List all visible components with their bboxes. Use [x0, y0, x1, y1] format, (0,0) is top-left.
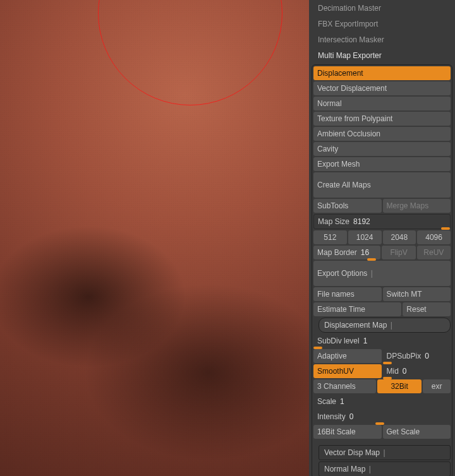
viewport-3d[interactable]	[0, 0, 309, 476]
displacement-map-label: Displacement Map	[324, 321, 392, 330]
intensity-label: Intensity	[317, 412, 346, 421]
create-all-maps-button[interactable]: Create All Maps	[313, 172, 451, 198]
intensity-value: 0	[349, 412, 354, 421]
toggle-displacement[interactable]: Displacement	[313, 66, 451, 80]
vector-disp-map-header[interactable]: Vector Disp Map	[318, 445, 451, 460]
mid-slider[interactable]: Mid 0	[383, 364, 451, 378]
size-2048-button[interactable]: 2048	[383, 230, 416, 244]
export-options-label: Export Options	[317, 269, 373, 278]
subdiv-level-slider[interactable]: SubDiv level 1	[313, 334, 451, 348]
reuv-button[interactable]: ReUV	[417, 246, 451, 259]
plugin-fbx-exportimport[interactable]: FBX ExportImport	[309, 16, 455, 32]
toggle-export-mesh[interactable]: Export Mesh	[313, 157, 451, 171]
toggle-texture-from-polypaint[interactable]: Texture from Polypaint	[313, 112, 451, 126]
16bit-scale-button[interactable]: 16Bit Scale	[313, 425, 382, 439]
toggle-cavity[interactable]: Cavity	[313, 142, 451, 156]
brush-cursor-circle	[98, 0, 282, 105]
plugin-intersection-masker[interactable]: Intersection Masker	[309, 32, 455, 47]
smoothuv-button[interactable]: SmoothUV	[313, 364, 382, 378]
displacement-map-header[interactable]: Displacement Map	[318, 318, 451, 333]
scale-value: 1	[340, 397, 344, 406]
export-options-header[interactable]: Export Options	[313, 261, 451, 286]
scale-slider[interactable]: Scale 1	[313, 395, 451, 408]
estimate-time-button[interactable]: Estimate Time	[313, 302, 401, 316]
file-names-button[interactable]: File names	[313, 287, 382, 301]
get-scale-button[interactable]: Get Scale	[383, 425, 451, 439]
mid-label: Mid	[387, 367, 399, 376]
map-size-slider[interactable]: Map Size 8192	[313, 214, 451, 229]
switch-mt-button[interactable]: Switch MT	[383, 287, 451, 301]
subtools-button[interactable]: SubTools	[313, 199, 382, 213]
three-channels-button[interactable]: 3 Channels	[313, 379, 376, 393]
flipv-button[interactable]: FlipV	[382, 246, 415, 259]
vector-disp-map-label: Vector Disp Map	[324, 448, 385, 457]
toggle-ambient-occlusion[interactable]: Ambient Occlusion	[313, 127, 451, 141]
plugin-decimation-master[interactable]: Decimation Master	[309, 0, 455, 16]
32bit-button[interactable]: 32Bit	[377, 379, 422, 393]
map-border-value: 16	[361, 248, 369, 257]
size-1024-button[interactable]: 1024	[348, 230, 382, 244]
intensity-slider[interactable]: Intensity 0	[313, 410, 451, 424]
dpsubpix-slider[interactable]: DPSubPix 0	[383, 349, 451, 363]
dpsubpix-label: DPSubPix	[387, 352, 422, 360]
normal-map-header[interactable]: Normal Map	[318, 461, 451, 476]
map-border-slider[interactable]: Map Border 16	[313, 246, 380, 259]
size-512-button[interactable]: 512	[313, 230, 347, 244]
size-4096-button[interactable]: 4096	[417, 230, 451, 244]
map-border-label: Map Border	[317, 248, 357, 257]
adaptive-button[interactable]: Adaptive	[313, 349, 382, 363]
map-size-value: 8192	[353, 217, 370, 226]
normal-map-label: Normal Map	[324, 465, 371, 473]
subdiv-level-label: SubDiv level	[317, 336, 360, 345]
exr-button[interactable]: exr	[423, 379, 451, 393]
mid-value: 0	[403, 367, 407, 376]
map-size-label: Map Size	[318, 217, 349, 226]
dpsubpix-value: 0	[425, 352, 429, 360]
toggle-vector-displacement[interactable]: Vector Displacement	[313, 81, 451, 95]
zplugin-panel: Decimation Master FBX ExportImport Inter…	[309, 0, 455, 476]
subdiv-level-value: 1	[363, 336, 368, 345]
multi-map-exporter-panel: Displacement Vector Displacement Normal …	[312, 64, 452, 476]
toggle-normal[interactable]: Normal	[313, 97, 451, 110]
scale-label: Scale	[317, 397, 336, 406]
plugin-multi-map-exporter[interactable]: Multi Map Exporter	[309, 47, 455, 63]
merge-maps-button[interactable]: Merge Maps	[383, 199, 451, 213]
reset-button[interactable]: Reset	[403, 302, 451, 316]
